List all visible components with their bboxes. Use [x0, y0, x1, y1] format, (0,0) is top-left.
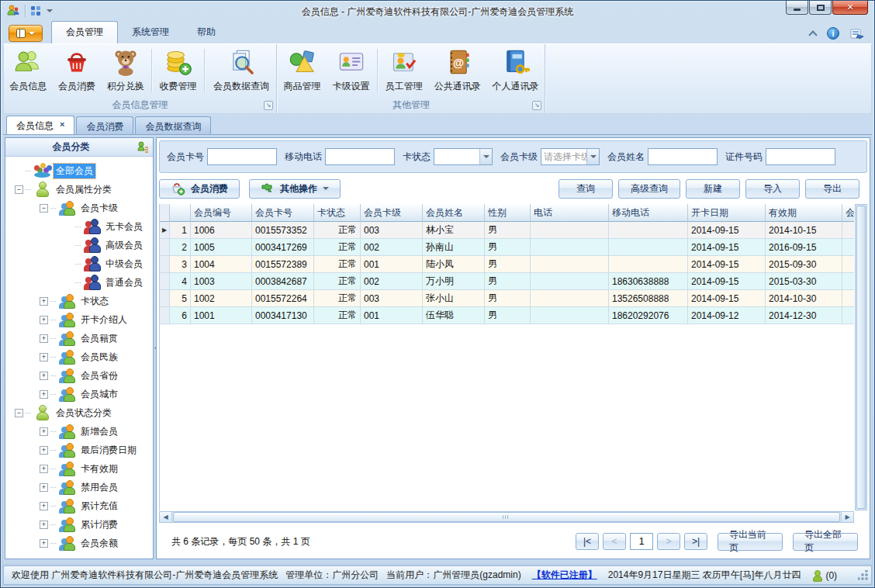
tree-item-label[interactable]: 新增会员: [78, 424, 120, 439]
last-page-button[interactable]: >|: [684, 533, 707, 550]
header-mobile[interactable]: 移动电话: [609, 204, 688, 222]
ribbon-tab-help[interactable]: 帮助: [183, 22, 230, 43]
registered-link[interactable]: 【软件已注册】: [532, 569, 597, 582]
tree-item[interactable]: 会员籍贯: [5, 329, 153, 348]
mail-icon[interactable]: [850, 27, 864, 40]
tree-item-label[interactable]: 禁用会员: [78, 480, 120, 495]
header-gender[interactable]: 性别: [485, 204, 531, 222]
collapse-ribbon-icon[interactable]: [808, 30, 817, 39]
ribbon-button-member-consume[interactable]: 会员消费: [53, 46, 102, 95]
tree-item-label[interactable]: 全部会员: [54, 164, 95, 178]
header-open-date[interactable]: 开卡日期: [688, 204, 766, 222]
tree-item-label[interactable]: 会员籍贯: [78, 331, 120, 346]
tree-item[interactable]: 开卡介绍人: [5, 310, 153, 329]
header-member-id[interactable]: 会员编号: [191, 204, 252, 222]
export-all-pages-button[interactable]: 导出全部页: [793, 533, 858, 551]
header-card-no[interactable]: 会员卡号: [252, 204, 314, 222]
tree-item-label[interactable]: 会员状态分类: [54, 406, 114, 420]
ribbon-button-public-contacts[interactable]: @ 公共通讯录: [428, 46, 486, 95]
tree-item[interactable]: 会员属性分类: [5, 180, 153, 199]
tree-item-label[interactable]: 高级会员: [103, 238, 145, 253]
first-page-button[interactable]: |<: [576, 533, 599, 550]
mobile-input[interactable]: [325, 148, 395, 165]
minimize-button[interactable]: [786, 1, 808, 15]
tree-toggle-icon[interactable]: [40, 353, 48, 361]
table-row[interactable]: 6 1001 0003417130 正常 001 伍华聪 男 186202920…: [160, 307, 854, 324]
tree-item[interactable]: 中级会员: [5, 254, 153, 273]
ribbon-button-fee-management[interactable]: 收费管理: [154, 46, 202, 95]
tree-item-label[interactable]: 无卡会员: [103, 220, 145, 234]
horizontal-scrollbar[interactable]: ◀ ▶: [159, 511, 854, 523]
tree-toggle-icon[interactable]: [40, 502, 48, 510]
ribbon-button-member-info[interactable]: 会员信息: [4, 46, 53, 95]
header-card-status[interactable]: 卡状态: [314, 204, 361, 222]
tree-item-label[interactable]: 会员城市: [78, 387, 120, 402]
info-icon[interactable]: i: [827, 27, 839, 40]
tree-toggle-icon[interactable]: [40, 204, 48, 213]
table-row[interactable]: 3 1004 0015572389 正常 001 陆小凤 男 2014-09-1…: [160, 256, 854, 273]
next-page-button[interactable]: >: [657, 533, 680, 550]
ribbon-button-member-data-query[interactable]: 会员数据查询: [206, 46, 276, 95]
dialog-launcher-icon[interactable]: ↘: [532, 101, 541, 110]
combo-dropdown-button[interactable]: [479, 149, 492, 164]
id-number-input[interactable]: [766, 148, 835, 165]
tree-item-label[interactable]: 累计充值: [78, 499, 120, 514]
tree-toggle-icon[interactable]: [15, 409, 23, 417]
import-button[interactable]: 导入: [745, 179, 800, 199]
header-expiry[interactable]: 有效期: [766, 204, 842, 222]
tree-toggle-icon[interactable]: [40, 372, 48, 380]
tree-toggle-icon[interactable]: [40, 483, 48, 492]
tree-item[interactable]: 卡状态: [5, 292, 153, 310]
ribbon-button-personal-contacts[interactable]: 个人通讯录: [486, 46, 545, 95]
ribbon-button-staff-management[interactable]: 员工管理: [379, 46, 428, 95]
resize-grip[interactable]: [858, 570, 868, 580]
table-row[interactable]: 2 1005 0003417269 正常 002 孙南山 男 2014-09-1…: [160, 239, 854, 256]
tree-item[interactable]: 卡有效期: [5, 459, 153, 478]
tree-toggle-icon[interactable]: [40, 297, 48, 306]
tree-item[interactable]: 会员城市: [5, 385, 153, 403]
tree-toggle-icon[interactable]: [40, 334, 48, 343]
tree-item-label[interactable]: 累计消费: [78, 517, 120, 532]
doc-tab-member-info[interactable]: 会员信息 ×: [6, 116, 74, 134]
header-card-level[interactable]: 会员卡级: [361, 204, 423, 222]
scroll-right-icon[interactable]: ▶: [841, 512, 853, 522]
ribbon-button-points-exchange[interactable]: 积分兑换: [101, 46, 150, 95]
doc-tab-member-data-query[interactable]: 会员数据查询: [135, 116, 211, 134]
maximize-button[interactable]: [809, 1, 832, 15]
online-user-icon[interactable]: [811, 570, 822, 581]
tree-item-label[interactable]: 卡有效期: [78, 462, 120, 476]
export-current-page-button[interactable]: 导出当前页: [718, 533, 783, 551]
header-member-name[interactable]: 会员姓名: [423, 204, 485, 222]
tab-close-icon[interactable]: ×: [60, 119, 64, 134]
other-operations-button[interactable]: 其他操作: [249, 179, 341, 199]
header-partial[interactable]: 会员: [842, 204, 854, 222]
tree-item[interactable]: 最后消费日期: [5, 441, 153, 459]
tree-item-label[interactable]: 会员余额: [78, 536, 120, 551]
vertical-scrollbar-thumb[interactable]: [856, 206, 866, 509]
tree-item-label[interactable]: 会员属性分类: [54, 182, 114, 197]
tree-toggle-icon[interactable]: [40, 390, 48, 399]
vertical-scrollbar[interactable]: [855, 204, 867, 510]
tree-item[interactable]: 高级会员: [5, 236, 153, 254]
card-status-combo[interactable]: [434, 148, 493, 165]
dialog-launcher-icon[interactable]: ↘: [264, 101, 273, 110]
query-button[interactable]: 查询: [559, 179, 613, 199]
tree-item[interactable]: 会员民族: [5, 348, 153, 366]
tree-item-label[interactable]: 开卡介绍人: [78, 313, 130, 327]
ribbon-button-card-level-settings[interactable]: 卡级设置: [327, 46, 375, 95]
tree-toggle-icon[interactable]: [40, 521, 48, 529]
prev-page-button[interactable]: <: [603, 533, 626, 550]
tree-toggle-icon[interactable]: [40, 465, 48, 473]
doc-tab-member-consume[interactable]: 会员消费: [76, 116, 133, 134]
app-menu-button[interactable]: [9, 25, 43, 42]
close-button[interactable]: ✕: [832, 1, 868, 15]
tree-toggle-icon[interactable]: [40, 316, 48, 324]
tree-item[interactable]: 无卡会员: [5, 217, 153, 236]
category-settings-icon[interactable]: [137, 141, 149, 154]
tree-toggle-icon[interactable]: [15, 185, 23, 194]
table-row[interactable]: 5 1002 0015572264 正常 003 张小山 男 135265088…: [160, 290, 854, 307]
scroll-left-icon[interactable]: ◀: [160, 512, 172, 522]
page-number-input[interactable]: [630, 533, 653, 550]
tree-item-label[interactable]: 中级会员: [103, 257, 145, 272]
new-button[interactable]: 新建: [686, 179, 740, 199]
